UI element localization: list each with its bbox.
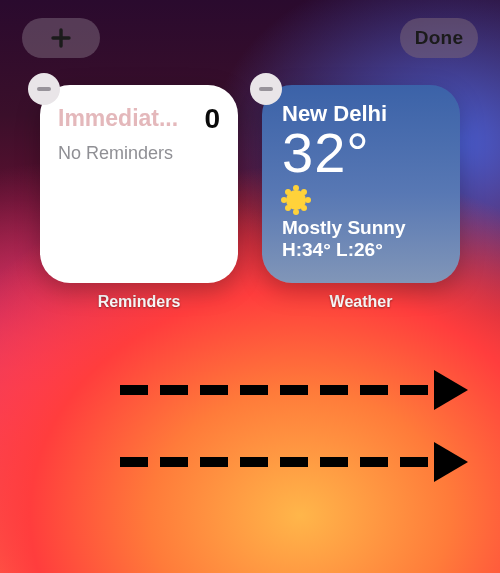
weather-widget-wrap[interactable]: New Delhi 32° Mostly Sunny H:34° L:26° W… <box>262 85 460 311</box>
reminders-label: Reminders <box>98 293 181 311</box>
weather-condition: Mostly Sunny <box>282 217 440 239</box>
widgets-row: Immediat... 0 No Reminders Reminders New… <box>0 85 500 311</box>
reminders-list-title: Immediat... <box>58 105 178 132</box>
arrow-right-1 <box>120 370 468 410</box>
reminders-empty-text: No Reminders <box>58 143 220 164</box>
arrowhead-icon <box>434 370 468 410</box>
remove-weather-button[interactable] <box>250 73 282 105</box>
remove-reminders-button[interactable] <box>28 73 60 105</box>
sun-icon <box>286 190 306 210</box>
add-widget-button[interactable] <box>22 18 100 58</box>
plus-icon <box>49 26 73 50</box>
done-button[interactable]: Done <box>400 18 478 58</box>
reminders-header: Immediat... 0 <box>58 105 220 133</box>
weather-hilo: H:34° L:26° <box>282 239 440 261</box>
weather-icon-row <box>282 187 440 213</box>
weather-label: Weather <box>330 293 393 311</box>
weather-widget[interactable]: New Delhi 32° Mostly Sunny H:34° L:26° <box>262 85 460 283</box>
topbar: Done <box>0 18 500 58</box>
minus-icon <box>37 87 51 91</box>
weather-temperature: 32° <box>282 125 440 181</box>
arrow-right-2 <box>120 442 468 482</box>
minus-icon <box>259 87 273 91</box>
reminders-widget[interactable]: Immediat... 0 No Reminders <box>40 85 238 283</box>
drag-annotation <box>120 370 468 482</box>
reminders-count: 0 <box>204 105 220 133</box>
arrowhead-icon <box>434 442 468 482</box>
reminders-widget-wrap[interactable]: Immediat... 0 No Reminders Reminders <box>40 85 238 311</box>
